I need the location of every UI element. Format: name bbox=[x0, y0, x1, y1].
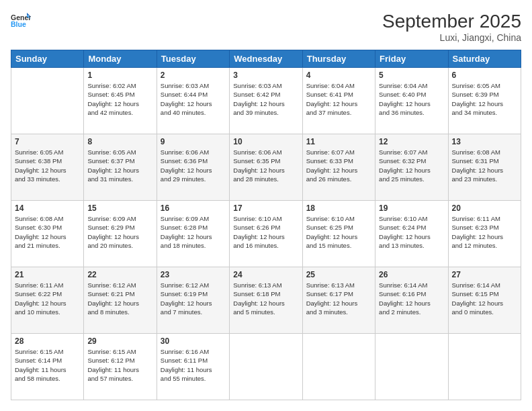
day-number: 24 bbox=[233, 270, 298, 279]
title-block: September 2025 Luxi, Jiangxi, China bbox=[382, 11, 521, 43]
day-info: Sunrise: 6:03 AM Sunset: 6:42 PM Dayligh… bbox=[233, 81, 298, 117]
location: Luxi, Jiangxi, China bbox=[382, 32, 521, 43]
header-row: Sunday Monday Tuesday Wednesday Thursday… bbox=[11, 50, 521, 68]
day-info: Sunrise: 6:14 AM Sunset: 6:16 PM Dayligh… bbox=[379, 281, 444, 316]
day-number: 11 bbox=[306, 137, 371, 146]
table-cell: 21Sunrise: 6:11 AM Sunset: 6:22 PM Dayli… bbox=[11, 267, 84, 334]
table-cell bbox=[230, 334, 302, 400]
col-tuesday: Tuesday bbox=[157, 50, 229, 68]
day-number: 1 bbox=[87, 71, 152, 80]
table-cell bbox=[375, 334, 448, 400]
table-cell: 27Sunrise: 6:14 AM Sunset: 6:15 PM Dayli… bbox=[448, 267, 521, 334]
table-cell: 8Sunrise: 6:05 AM Sunset: 6:37 PM Daylig… bbox=[84, 134, 157, 201]
header: General Blue September 2025 Luxi, Jiangx… bbox=[11, 11, 521, 43]
logo: General Blue bbox=[11, 11, 31, 31]
day-number: 17 bbox=[233, 203, 298, 213]
page: General Blue September 2025 Luxi, Jiangx… bbox=[0, 0, 532, 411]
day-number: 23 bbox=[161, 270, 226, 279]
table-cell bbox=[11, 68, 84, 134]
day-number: 3 bbox=[233, 71, 298, 80]
table-cell: 3Sunrise: 6:03 AM Sunset: 6:42 PM Daylig… bbox=[230, 68, 302, 134]
day-number: 13 bbox=[452, 137, 517, 146]
day-info: Sunrise: 6:05 AM Sunset: 6:38 PM Dayligh… bbox=[15, 148, 80, 183]
table-cell: 14Sunrise: 6:08 AM Sunset: 6:30 PM Dayli… bbox=[11, 201, 84, 267]
col-friday: Friday bbox=[375, 50, 448, 68]
col-monday: Monday bbox=[84, 50, 157, 68]
day-info: Sunrise: 6:14 AM Sunset: 6:15 PM Dayligh… bbox=[452, 281, 517, 316]
day-info: Sunrise: 6:07 AM Sunset: 6:33 PM Dayligh… bbox=[306, 148, 371, 183]
day-number: 30 bbox=[161, 336, 226, 346]
day-number: 5 bbox=[379, 71, 444, 80]
table-cell: 22Sunrise: 6:12 AM Sunset: 6:21 PM Dayli… bbox=[84, 267, 157, 334]
day-number: 2 bbox=[161, 71, 226, 80]
day-number: 25 bbox=[306, 270, 371, 279]
table-cell: 29Sunrise: 6:15 AM Sunset: 6:12 PM Dayli… bbox=[84, 334, 157, 400]
day-info: Sunrise: 6:07 AM Sunset: 6:32 PM Dayligh… bbox=[379, 148, 444, 183]
day-number: 27 bbox=[452, 270, 517, 279]
table-row: 28Sunrise: 6:15 AM Sunset: 6:14 PM Dayli… bbox=[11, 334, 521, 400]
day-number: 12 bbox=[379, 137, 444, 146]
col-wednesday: Wednesday bbox=[230, 50, 302, 68]
svg-text:Blue: Blue bbox=[11, 20, 26, 28]
day-number: 26 bbox=[379, 270, 444, 279]
day-info: Sunrise: 6:12 AM Sunset: 6:19 PM Dayligh… bbox=[161, 281, 226, 316]
table-cell: 23Sunrise: 6:12 AM Sunset: 6:19 PM Dayli… bbox=[157, 267, 229, 334]
col-saturday: Saturday bbox=[448, 50, 521, 68]
day-number: 20 bbox=[452, 203, 517, 213]
day-number: 10 bbox=[233, 137, 298, 146]
day-info: Sunrise: 6:09 AM Sunset: 6:28 PM Dayligh… bbox=[161, 214, 226, 250]
table-cell: 15Sunrise: 6:09 AM Sunset: 6:29 PM Dayli… bbox=[84, 201, 157, 267]
day-info: Sunrise: 6:11 AM Sunset: 6:23 PM Dayligh… bbox=[452, 214, 517, 250]
day-number: 19 bbox=[379, 203, 444, 213]
table-cell: 16Sunrise: 6:09 AM Sunset: 6:28 PM Dayli… bbox=[157, 201, 229, 267]
table-cell bbox=[448, 334, 521, 400]
col-thursday: Thursday bbox=[302, 50, 375, 68]
day-number: 7 bbox=[15, 137, 80, 146]
day-info: Sunrise: 6:15 AM Sunset: 6:12 PM Dayligh… bbox=[87, 347, 152, 383]
day-info: Sunrise: 6:15 AM Sunset: 6:14 PM Dayligh… bbox=[15, 347, 80, 383]
day-info: Sunrise: 6:04 AM Sunset: 6:41 PM Dayligh… bbox=[306, 81, 371, 117]
day-number: 28 bbox=[15, 336, 80, 346]
table-cell: 24Sunrise: 6:13 AM Sunset: 6:18 PM Dayli… bbox=[230, 267, 302, 334]
table-cell: 9Sunrise: 6:06 AM Sunset: 6:36 PM Daylig… bbox=[157, 134, 229, 201]
table-cell: 20Sunrise: 6:11 AM Sunset: 6:23 PM Dayli… bbox=[448, 201, 521, 267]
table-cell: 5Sunrise: 6:04 AM Sunset: 6:40 PM Daylig… bbox=[375, 68, 448, 134]
month-title: September 2025 bbox=[382, 11, 521, 32]
table-cell: 10Sunrise: 6:06 AM Sunset: 6:35 PM Dayli… bbox=[230, 134, 302, 201]
day-info: Sunrise: 6:03 AM Sunset: 6:44 PM Dayligh… bbox=[161, 81, 226, 117]
day-info: Sunrise: 6:10 AM Sunset: 6:24 PM Dayligh… bbox=[379, 214, 444, 250]
table-cell: 26Sunrise: 6:14 AM Sunset: 6:16 PM Dayli… bbox=[375, 267, 448, 334]
table-row: 21Sunrise: 6:11 AM Sunset: 6:22 PM Dayli… bbox=[11, 267, 521, 334]
day-number: 15 bbox=[87, 203, 152, 213]
day-number: 16 bbox=[161, 203, 226, 213]
logo-icon: General Blue bbox=[11, 11, 31, 31]
table-cell: 12Sunrise: 6:07 AM Sunset: 6:32 PM Dayli… bbox=[375, 134, 448, 201]
day-number: 14 bbox=[15, 203, 80, 213]
day-info: Sunrise: 6:12 AM Sunset: 6:21 PM Dayligh… bbox=[87, 281, 152, 316]
day-info: Sunrise: 6:06 AM Sunset: 6:36 PM Dayligh… bbox=[161, 148, 226, 183]
day-info: Sunrise: 6:06 AM Sunset: 6:35 PM Dayligh… bbox=[233, 148, 298, 183]
table-cell: 2Sunrise: 6:03 AM Sunset: 6:44 PM Daylig… bbox=[157, 68, 229, 134]
day-number: 22 bbox=[87, 270, 152, 279]
table-cell bbox=[302, 334, 375, 400]
day-info: Sunrise: 6:13 AM Sunset: 6:17 PM Dayligh… bbox=[306, 281, 371, 316]
day-info: Sunrise: 6:05 AM Sunset: 6:39 PM Dayligh… bbox=[452, 81, 517, 117]
table-cell: 17Sunrise: 6:10 AM Sunset: 6:26 PM Dayli… bbox=[230, 201, 302, 267]
table-cell: 18Sunrise: 6:10 AM Sunset: 6:25 PM Dayli… bbox=[302, 201, 375, 267]
day-info: Sunrise: 6:13 AM Sunset: 6:18 PM Dayligh… bbox=[233, 281, 298, 316]
table-cell: 11Sunrise: 6:07 AM Sunset: 6:33 PM Dayli… bbox=[302, 134, 375, 201]
table-cell: 13Sunrise: 6:08 AM Sunset: 6:31 PM Dayli… bbox=[448, 134, 521, 201]
calendar-table: Sunday Monday Tuesday Wednesday Thursday… bbox=[11, 50, 521, 400]
table-cell: 7Sunrise: 6:05 AM Sunset: 6:38 PM Daylig… bbox=[11, 134, 84, 201]
day-info: Sunrise: 6:05 AM Sunset: 6:37 PM Dayligh… bbox=[87, 148, 152, 183]
day-info: Sunrise: 6:04 AM Sunset: 6:40 PM Dayligh… bbox=[379, 81, 444, 117]
calendar-body: 1Sunrise: 6:02 AM Sunset: 6:45 PM Daylig… bbox=[11, 68, 521, 400]
day-info: Sunrise: 6:08 AM Sunset: 6:31 PM Dayligh… bbox=[452, 148, 517, 183]
day-number: 29 bbox=[87, 336, 152, 346]
table-cell: 4Sunrise: 6:04 AM Sunset: 6:41 PM Daylig… bbox=[302, 68, 375, 134]
table-cell: 19Sunrise: 6:10 AM Sunset: 6:24 PM Dayli… bbox=[375, 201, 448, 267]
day-number: 4 bbox=[306, 71, 371, 80]
day-number: 9 bbox=[161, 137, 226, 146]
table-cell: 25Sunrise: 6:13 AM Sunset: 6:17 PM Dayli… bbox=[302, 267, 375, 334]
day-number: 18 bbox=[306, 203, 371, 213]
